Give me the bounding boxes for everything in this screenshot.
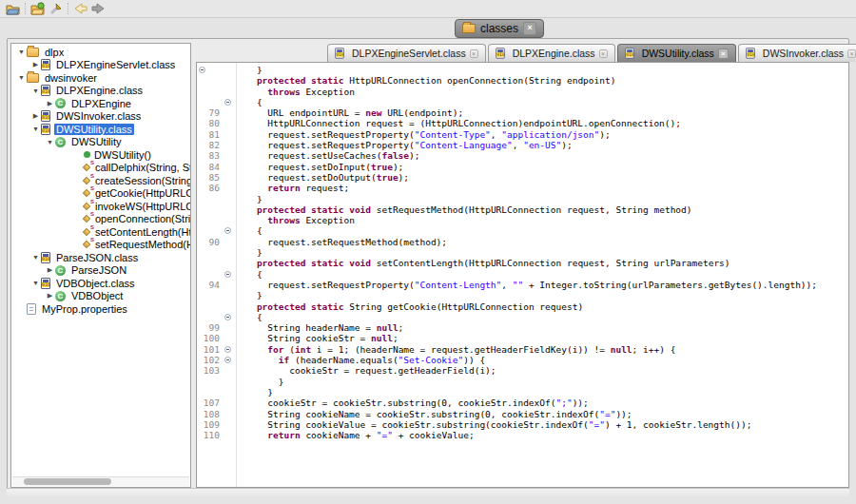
expand-arrow-icon[interactable]: ▶ (30, 112, 41, 120)
tree-item-label: openConnection(String) (93, 213, 190, 224)
line-number (197, 194, 222, 204)
line-number: 108 (197, 409, 222, 419)
tree-item[interactable]: ▼ParseJSON.class (11, 251, 190, 264)
tree-item[interactable]: setRequestMethod(Http (11, 239, 190, 252)
forward-icon[interactable] (89, 1, 107, 16)
tree-item[interactable]: ▶DLPXEngineServlet.class (11, 59, 190, 72)
close-tab-icon[interactable]: × (718, 48, 729, 59)
tree-item[interactable]: callDelphix(String, Strin (11, 162, 190, 175)
back-icon[interactable] (72, 1, 89, 16)
tree-item-label: dwsinvoker (43, 72, 99, 84)
collapse-arrow-icon[interactable]: ▼ (30, 126, 41, 132)
line-number (197, 97, 222, 107)
tree-item-label: setContentLength(Http (93, 226, 190, 238)
editor-tab[interactable]: DLPXEngine.class× (488, 44, 615, 62)
scrollbar-thumb[interactable] (24, 478, 111, 485)
fold-marker-icon[interactable] (224, 357, 231, 363)
close-tab-icon[interactable]: × (599, 49, 608, 58)
tree-item[interactable]: MyProp.properties (11, 302, 190, 316)
tree-item[interactable]: setContentLength(Http (11, 225, 190, 239)
expand-arrow-icon[interactable]: ▶ (45, 100, 55, 107)
editor-tab[interactable]: DLPXEngineServlet.class× (327, 44, 486, 62)
close-window-tab-icon[interactable]: × (523, 22, 536, 35)
tree-item[interactable]: ▼DWSUtility.class (11, 123, 190, 136)
code-lines: } protected static HttpURLConnection ope… (197, 65, 848, 440)
close-tab-icon[interactable]: × (847, 49, 856, 58)
expand-arrow-icon[interactable]: ▶ (45, 266, 55, 274)
code-line: 101 for (int i = 1; (headerName = reques… (197, 344, 848, 355)
fold-marker-icon[interactable] (199, 67, 205, 73)
code-line: 82 request.setRequestProperty("Content-L… (197, 140, 848, 150)
code-line: 100 String cookieStr = null; (197, 333, 848, 343)
toolbar-separator (68, 3, 68, 14)
fold-column (222, 301, 235, 312)
toolbar-separator (25, 3, 26, 14)
tree-item-label: DWSUtility.class (54, 124, 134, 135)
fold-column (222, 247, 235, 258)
fold-marker-icon[interactable] (224, 346, 231, 353)
class-icon (55, 265, 66, 276)
open-file-icon[interactable] (4, 1, 21, 16)
tree-item-label: VDBObject.class (54, 278, 137, 289)
class-file-icon (335, 48, 344, 58)
tree-item[interactable]: ▶VDBObject (11, 290, 190, 303)
code-line: protected static void setRequestMethod(H… (197, 204, 848, 215)
method-icon (83, 163, 92, 172)
tree-item[interactable]: ▼DWSUtility (11, 136, 190, 149)
fold-column (222, 322, 235, 333)
tree-item[interactable]: ▶DLPXEngine (11, 97, 190, 110)
line-number: 80 (197, 118, 222, 128)
code-area[interactable]: } protected static HttpURLConnection ope… (196, 62, 849, 488)
tree-horizontal-scrollbar[interactable] (12, 476, 189, 486)
line-number: 86 (197, 183, 222, 193)
collapse-arrow-icon[interactable]: ▼ (45, 139, 55, 145)
fold-column (222, 365, 235, 376)
collapse-arrow-icon[interactable]: ▼ (30, 87, 41, 94)
fold-marker-icon[interactable] (224, 314, 231, 320)
editor-tab[interactable]: DWSUtility.class× (617, 44, 736, 62)
fold-marker-icon[interactable] (224, 227, 231, 234)
collapse-arrow-icon[interactable]: ▼ (30, 280, 41, 286)
fold-column (222, 162, 235, 172)
fold-column (222, 280, 235, 290)
code-line: 80 HttpURLConnection request = (HttpURLC… (197, 118, 848, 128)
collapse-arrow-icon[interactable]: ▼ (16, 48, 27, 55)
close-tab-icon[interactable]: × (470, 49, 478, 58)
window-tab-classes[interactable]: classes × (455, 19, 544, 38)
collapse-arrow-icon[interactable]: ▼ (30, 254, 41, 261)
tree-item[interactable]: ▼VDBObject.class (11, 277, 190, 290)
line-number: 84 (197, 162, 222, 172)
fold-marker-icon[interactable] (224, 99, 231, 106)
expand-arrow-icon[interactable]: ▶ (45, 292, 55, 300)
expand-arrow-icon[interactable]: ▶ (30, 61, 41, 68)
editor-horizontal-scrollbar[interactable] (7, 488, 849, 496)
line-number: 109 (197, 419, 222, 430)
tree-item[interactable]: openConnection(String) (11, 213, 190, 226)
tree-item[interactable]: ▼dlpx (11, 46, 190, 59)
code-line: 83 request.setUseCaches(false); (197, 150, 848, 161)
tree-item-label: ParseJSON (69, 264, 128, 276)
tree-item[interactable]: ▼DLPXEngine.class (11, 85, 190, 98)
method-icon (83, 214, 92, 223)
tree-item[interactable]: DWSUtility() (11, 148, 190, 162)
tree-item[interactable]: getCookie(HttpURLCon (11, 187, 190, 201)
fold-column (222, 87, 235, 97)
tree-item-label: createSession(String, St (93, 175, 190, 186)
tree-item-label: DWSInvoker.class (54, 110, 143, 122)
code-line: throws Exception (197, 215, 848, 225)
open-type-icon[interactable] (29, 1, 47, 16)
collapse-arrow-icon[interactable]: ▼ (16, 74, 27, 81)
tree-item[interactable]: ▶ParseJSON (11, 264, 190, 278)
line-number: 99 (197, 322, 222, 333)
tree-item[interactable]: ▼dwsinvoker (11, 71, 190, 85)
search-icon[interactable] (47, 1, 64, 16)
method-icon (83, 202, 92, 211)
tree-item[interactable]: createSession(String, St (11, 174, 190, 187)
editor-tab[interactable]: DWSInvoker.class× (738, 44, 856, 62)
tree-item[interactable]: ▶DWSInvoker.class (11, 110, 190, 124)
line-number: 82 (197, 140, 222, 150)
fold-marker-icon[interactable] (224, 271, 231, 278)
tree-item[interactable]: invokeWS(HttpURLConn (11, 200, 190, 213)
code-line: } (197, 65, 848, 75)
line-number: 107 (197, 397, 222, 408)
